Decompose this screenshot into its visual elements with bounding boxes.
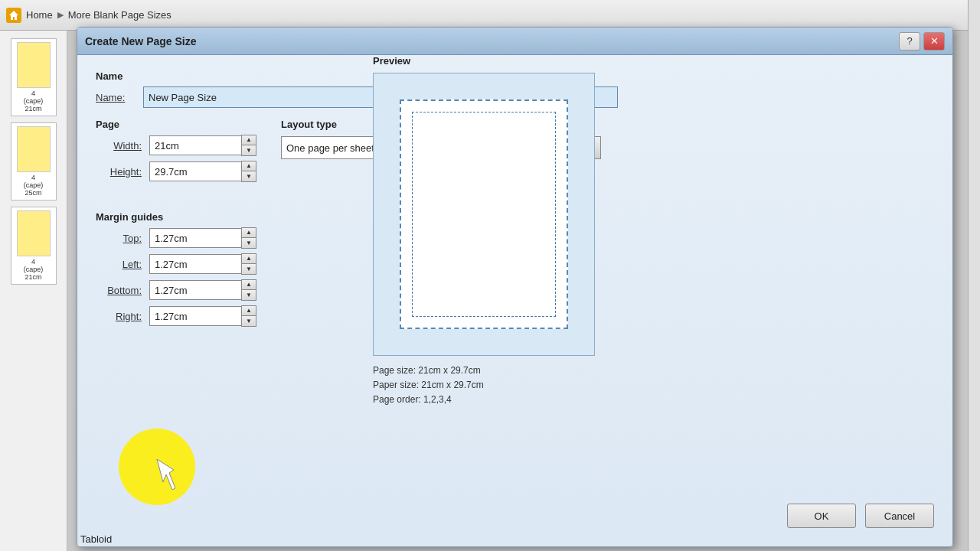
page-size-info: Page size: 21cm x 29.7cm	[373, 364, 484, 378]
height-row: Height: ▲ ▼	[96, 161, 256, 182]
margin-section-title: Margin guides	[96, 211, 256, 223]
thumbnail-label: 4(cape)21cm	[24, 258, 44, 281]
dialog-controls: ? ✕	[899, 32, 945, 51]
svg-marker-0	[9, 11, 18, 20]
dialog-actions: OK Cancel	[787, 504, 934, 528]
right-margin-spinner: ▲ ▼	[149, 305, 256, 327]
width-spinner-buttons: ▲ ▼	[241, 135, 256, 156]
page-order-info: Page order: 1,2,3,4	[373, 393, 484, 407]
bottom-margin-increment-button[interactable]: ▲	[242, 280, 256, 290]
right-margin-input[interactable]	[149, 306, 241, 326]
width-increment-button[interactable]: ▲	[242, 135, 256, 145]
top-margin-increment-button[interactable]: ▲	[242, 228, 256, 238]
top-margin-input[interactable]	[149, 228, 241, 248]
margin-preview-row: Margin guides Top: ▲ ▼ Left:	[96, 208, 934, 408]
thumbnail-label: 4(cape)25cm	[24, 174, 44, 197]
width-decrement-button[interactable]: ▼	[242, 145, 256, 155]
bottom-margin-input[interactable]	[149, 280, 241, 300]
height-label: Height:	[96, 166, 142, 178]
preview-margin-guides	[412, 112, 556, 317]
left-margin-decrement-button[interactable]: ▼	[242, 264, 256, 274]
bottom-margin-spinner: ▲ ▼	[149, 279, 256, 301]
height-spinner-buttons: ▲ ▼	[241, 161, 256, 182]
scrollbar-right[interactable]	[968, 0, 980, 551]
bottom-margin-buttons: ▲ ▼	[241, 279, 256, 301]
preview-title: Preview	[373, 55, 410, 67]
thumbnail-page	[17, 210, 51, 256]
right-margin-increment-button[interactable]: ▲	[242, 306, 256, 316]
thumbnail-page	[17, 42, 51, 88]
cancel-button[interactable]: Cancel	[865, 504, 934, 528]
list-item[interactable]: 4(cape)21cm	[11, 207, 57, 285]
right-margin-buttons: ▲ ▼	[241, 305, 256, 327]
preview-panel: Preview Page size: 21cm x 29.7cm Paper s…	[373, 55, 934, 408]
top-margin-spinner: ▲ ▼	[149, 227, 256, 249]
svg-marker-1	[157, 459, 175, 490]
breadcrumb-home[interactable]: Home	[26, 9, 53, 21]
left-margin-label: Left:	[96, 259, 142, 270]
width-label: Width:	[96, 140, 142, 152]
dialog-title: Create New Page Size	[85, 35, 197, 47]
left-margin-row: Left: ▲ ▼	[96, 253, 256, 275]
preview-info: Page size: 21cm x 29.7cm Paper size: 21c…	[373, 364, 484, 408]
topbar: Home ▶ More Blank Page Sizes	[0, 0, 980, 31]
thumbnail-page	[17, 126, 51, 172]
right-margin-label: Right:	[96, 311, 142, 322]
page-section-title: Page	[96, 119, 256, 130]
ok-button[interactable]: OK	[787, 504, 856, 528]
list-item[interactable]: 4(cape)25cm	[11, 122, 57, 201]
paper-size-info: Paper size: 21cm x 29.7cm	[373, 378, 484, 393]
cursor-highlight	[119, 429, 195, 505]
bottom-margin-row: Bottom: ▲ ▼	[96, 279, 256, 301]
top-margin-row: Top: ▲ ▼	[96, 227, 256, 249]
create-page-size-dialog: Create New Page Size ? ✕ Name Name: Page…	[77, 27, 953, 547]
breadcrumb-arrow: ▶	[57, 10, 64, 20]
top-margin-label: Top:	[96, 233, 142, 244]
top-margin-buttons: ▲ ▼	[241, 227, 256, 249]
breadcrumb-page[interactable]: More Blank Page Sizes	[68, 9, 172, 21]
home-icon[interactable]	[6, 8, 21, 23]
width-input[interactable]	[149, 135, 241, 155]
right-margin-decrement-button[interactable]: ▼	[242, 316, 256, 326]
tabloid-label: Tabloid	[80, 533, 112, 545]
dialog-body: Name Name: Page Width: ▲ ▼	[77, 55, 952, 423]
dialog-titlebar: Create New Page Size ? ✕	[77, 28, 952, 55]
top-margin-decrement-button[interactable]: ▼	[242, 238, 256, 248]
page-section: Page Width: ▲ ▼ Height:	[96, 119, 256, 187]
left-margin-input[interactable]	[149, 254, 241, 274]
left-margin-spinner: ▲ ▼	[149, 253, 256, 275]
right-margin-row: Right: ▲ ▼	[96, 305, 256, 327]
height-spinner: ▲ ▼	[149, 161, 256, 182]
help-button[interactable]: ?	[899, 32, 920, 51]
height-input[interactable]	[149, 161, 241, 181]
height-increment-button[interactable]: ▲	[242, 161, 256, 171]
left-margin-buttons: ▲ ▼	[241, 253, 256, 275]
preview-box	[373, 73, 595, 356]
name-label: Name:	[96, 92, 134, 103]
bottom-margin-decrement-button[interactable]: ▼	[242, 290, 256, 300]
bottom-margin-label: Bottom:	[96, 285, 142, 296]
thumbnail-label: 4(cape)21cm	[24, 90, 44, 112]
left-margin-increment-button[interactable]: ▲	[242, 254, 256, 264]
width-spinner: ▲ ▼	[149, 135, 256, 156]
preview-page	[400, 99, 568, 329]
height-decrement-button[interactable]: ▼	[242, 171, 256, 181]
sidebar-thumbnails: 4(cape)21cm 4(cape)25cm 4(cape)21cm	[0, 31, 67, 551]
cursor-arrow-icon	[149, 459, 188, 505]
list-item[interactable]: 4(cape)21cm	[11, 38, 57, 116]
margin-section: Margin guides Top: ▲ ▼ Left:	[96, 211, 256, 331]
close-button[interactable]: ✕	[923, 32, 945, 51]
width-row: Width: ▲ ▼	[96, 135, 256, 156]
